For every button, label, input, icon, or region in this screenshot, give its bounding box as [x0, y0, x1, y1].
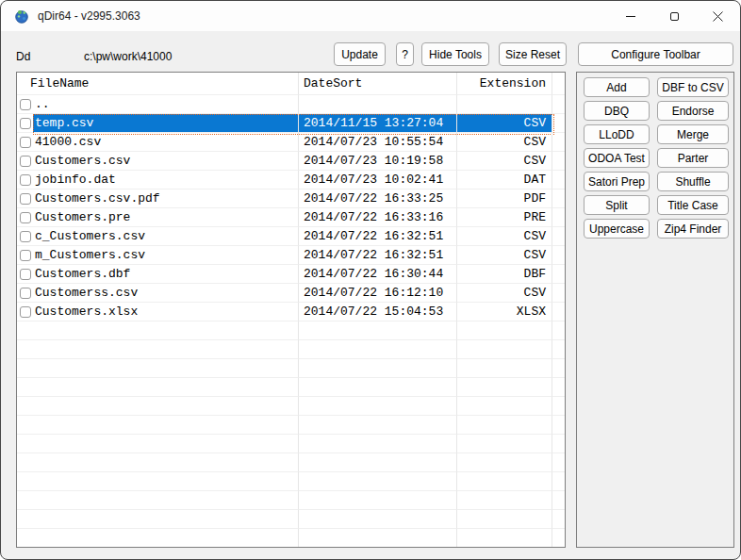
table-row[interactable]: Customerss.csv2014/07/22 16:12:10CSV — [17, 284, 565, 303]
table-row[interactable]: Customers.csv2014/07/23 10:19:58CSV — [17, 152, 565, 171]
checkbox-cell — [17, 95, 33, 114]
checkbox-cell — [17, 152, 33, 171]
tool-zip4-finder-button[interactable]: Zip4 Finder — [657, 219, 729, 239]
extension-cell: DBF — [457, 265, 552, 284]
row-checkbox[interactable] — [20, 212, 31, 223]
row-checkbox[interactable] — [20, 174, 31, 186]
tools-panel: AddDBF to CSVDBQEndorseLLoDDMergeODOA Te… — [576, 72, 734, 548]
table-row[interactable]: Customers.pre2014/07/22 16:33:16PRE — [17, 208, 565, 227]
tool-dbq-button[interactable]: DBQ — [584, 101, 650, 121]
row-checkbox[interactable] — [20, 231, 31, 242]
table-row[interactable]: Customers.csv.pdf2014/07/22 16:33:25PDF — [17, 189, 565, 208]
hide-tools-button[interactable]: Hide Tools — [421, 42, 489, 66]
tool-shuffle-button[interactable]: Shuffle — [657, 172, 729, 191]
date-cell: 2014/07/23 10:02:41 — [299, 171, 457, 189]
date-cell — [299, 378, 457, 397]
file-name-cell: .. — [33, 95, 299, 114]
tool-llodd-button[interactable]: LLoDD — [584, 124, 650, 144]
extension-cell — [457, 472, 552, 491]
checkbox-cell — [17, 284, 33, 303]
update-button[interactable]: Update — [334, 42, 386, 66]
row-checkbox[interactable] — [20, 250, 31, 261]
spacer-cell — [552, 472, 565, 491]
column-header-filename: FileName — [17, 73, 299, 95]
extension-cell — [457, 491, 552, 510]
file-name-cell — [33, 397, 299, 416]
date-cell — [299, 359, 457, 378]
row-checkbox[interactable] — [20, 269, 31, 280]
spacer-cell — [552, 265, 565, 284]
current-path: c:\pw\work\41000 — [84, 50, 172, 63]
size-reset-button[interactable]: Size Reset — [499, 42, 567, 66]
row-checkbox[interactable] — [20, 288, 31, 299]
file-table: FileName DateSort Extension ..temp.csv20… — [16, 72, 566, 548]
date-cell: 2014/07/22 16:32:51 — [299, 227, 457, 246]
checkbox-cell — [17, 491, 33, 510]
maximize-button[interactable] — [652, 1, 696, 31]
close-button[interactable] — [696, 1, 739, 31]
table-row[interactable]: m_Customers.csv2014/07/22 16:32:51CSV — [17, 246, 565, 265]
tool-parter-button[interactable]: Parter — [657, 148, 729, 168]
table-row[interactable]: jobinfo.dat2014/07/23 10:02:41DAT — [17, 171, 565, 189]
file-name-cell: c_Customers.csv — [33, 227, 299, 246]
tool-endorse-button[interactable]: Endorse — [657, 101, 729, 121]
file-name-cell: Customers.pre — [33, 208, 299, 227]
checkbox-cell — [17, 435, 33, 453]
file-name-cell: Customers.dbf — [33, 265, 299, 284]
maximize-icon — [670, 12, 679, 21]
table-row-empty — [17, 529, 565, 548]
tool-dbf-to-csv-button[interactable]: DBF to CSV — [657, 77, 729, 97]
help-button[interactable]: ? — [396, 42, 414, 66]
row-checkbox[interactable] — [20, 306, 31, 318]
configure-toolbar-button[interactable]: Configure Toolbar — [578, 42, 733, 66]
row-checkbox[interactable] — [20, 193, 31, 205]
extension-cell — [457, 340, 552, 359]
file-name-cell — [33, 453, 299, 472]
app-window: qDir64 - v2995.3063 Dd c:\pw\work\41000 … — [0, 0, 741, 560]
extension-cell: CSV — [457, 284, 552, 303]
extension-cell — [457, 397, 552, 416]
checkbox-cell — [17, 189, 33, 208]
minimize-button[interactable] — [609, 1, 652, 31]
tool-add-button[interactable]: Add — [584, 77, 650, 97]
row-checkbox[interactable] — [20, 99, 31, 110]
spacer-cell — [552, 435, 565, 453]
date-cell — [299, 510, 457, 529]
extension-cell — [457, 416, 552, 435]
tool-odoa-test-button[interactable]: ODOA Test — [584, 148, 650, 168]
table-row[interactable]: temp.csv2014/11/15 13:27:04CSV — [17, 114, 565, 133]
table-row[interactable]: 41000.csv2014/07/23 10:55:54CSV — [17, 133, 565, 152]
extension-cell — [457, 378, 552, 397]
date-cell — [299, 340, 457, 359]
file-name-cell: jobinfo.dat — [33, 171, 299, 189]
checkbox-cell — [17, 378, 33, 397]
file-name-cell — [33, 340, 299, 359]
row-checkbox[interactable] — [20, 137, 31, 148]
tool-satori-prep-button[interactable]: Satori Prep — [584, 172, 650, 191]
row-checkbox[interactable] — [20, 118, 31, 129]
dd-label: Dd — [16, 50, 30, 63]
tool-title-case-button[interactable]: Title Case — [657, 195, 729, 215]
spacer-cell — [552, 510, 565, 529]
date-cell: 2014/07/22 16:33:25 — [299, 189, 457, 208]
date-cell — [299, 95, 457, 114]
checkbox-cell — [17, 171, 33, 189]
tool-split-button[interactable]: Split — [584, 195, 650, 215]
tool-uppercase-button[interactable]: Uppercase — [584, 219, 650, 239]
table-row[interactable]: Customers.xlsx2014/07/22 15:04:53XLSX — [17, 303, 565, 321]
extension-cell: CSV — [457, 227, 552, 246]
table-row[interactable]: Customers.dbf2014/07/22 16:30:44DBF — [17, 265, 565, 284]
extension-cell: CSV — [457, 152, 552, 171]
file-name-cell: Customers.csv.pdf — [33, 189, 299, 208]
tool-merge-button[interactable]: Merge — [657, 124, 729, 144]
date-cell: 2014/07/22 16:12:10 — [299, 284, 457, 303]
table-row[interactable]: .. — [17, 95, 565, 114]
spacer-cell — [552, 529, 565, 548]
file-name-cell — [33, 359, 299, 378]
column-header-spacer — [552, 73, 565, 95]
extension-cell: PDF — [457, 189, 552, 208]
row-checkbox[interactable] — [20, 156, 31, 167]
extension-cell: DAT — [457, 171, 552, 189]
titlebar[interactable]: qDir64 - v2995.3063 — [1, 1, 740, 31]
table-row[interactable]: c_Customers.csv2014/07/22 16:32:51CSV — [17, 227, 565, 246]
